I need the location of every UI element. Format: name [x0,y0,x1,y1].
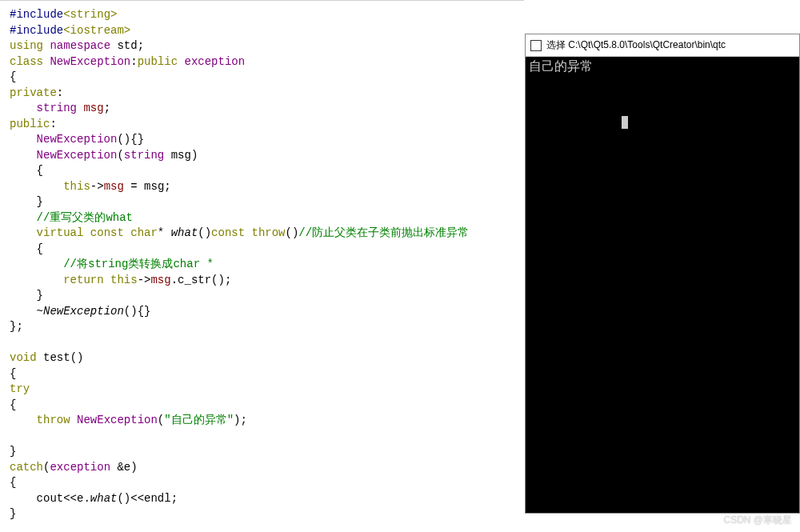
code-line: } [10,444,524,460]
console-line: 自己的异常 [529,58,796,75]
code-line: } [10,194,524,210]
code-line: { [10,366,524,382]
code-line: } [10,506,524,522]
code-line: virtual const char* what()const throw()/… [10,226,524,242]
code-line: return this->msg.c_str(); [10,273,524,289]
code-line [10,335,524,351]
code-line [10,429,524,445]
code-line: //重写父类的what [10,210,524,226]
code-line: { [10,398,524,414]
code-line: ~NewException(){} [10,304,524,320]
code-editor[interactable]: #include<string> #include<iostream> usin… [0,0,524,532]
code-line: cout<<e.what()<<endl; [10,491,524,507]
code-line: NewException(string msg) [10,148,524,164]
console-cursor [622,116,628,129]
code-line: using namespace std; [10,38,524,54]
code-line: class NewException:public exception [10,54,524,70]
console-app-icon [530,40,542,51]
code-line: public: [10,117,524,133]
code-line: try [10,382,524,398]
code-line: string msg; [10,101,524,117]
code-line: } [10,288,524,304]
console-window[interactable]: 选择 C:\Qt\Qt5.8.0\Tools\QtCreator\bin\qtc… [525,34,800,514]
code-line: void test() [10,350,524,366]
code-line: }; [10,319,524,335]
code-line: { [10,163,524,179]
code-line: this->msg = msg; [10,179,524,195]
code-line: //将string类转换成char * [10,257,524,273]
code-line: { [10,475,524,491]
code-line: NewException(){} [10,132,524,148]
code-line: { [10,70,524,86]
code-line: #include<iostream> [10,23,524,39]
code-line: { [10,242,524,258]
code-line: throw NewException("自己的异常"); [10,413,524,429]
watermark: CSDN @寒晓星 [723,514,792,527]
console-titlebar[interactable]: 选择 C:\Qt\Qt5.8.0\Tools\QtCreator\bin\qtc [526,34,799,57]
console-title-text: 选择 C:\Qt\Qt5.8.0\Tools\QtCreator\bin\qtc [546,38,726,52]
console-output[interactable]: 自己的异常 [526,57,799,513]
code-line: #include<string> [10,7,524,23]
code-line: private: [10,86,524,102]
code-line: catch(exception &e) [10,460,524,476]
